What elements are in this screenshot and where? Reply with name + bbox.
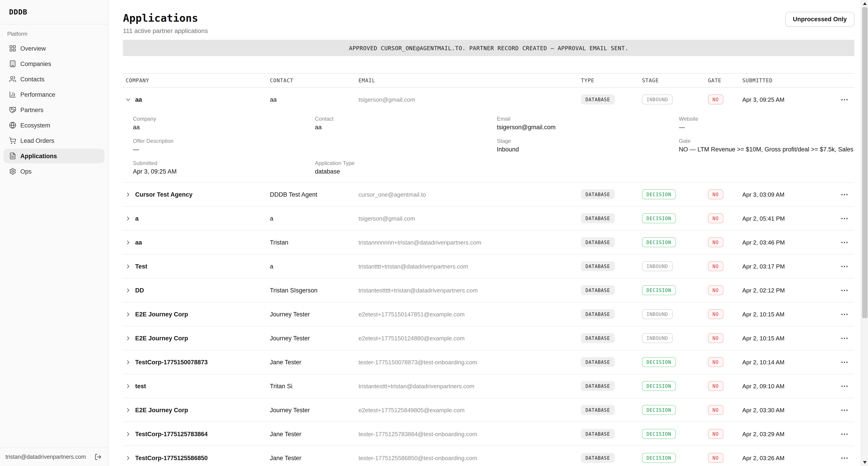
column-header: SUBMITTED: [742, 77, 835, 84]
table-row: aatsigerson@gmail.comDATABASEDECISIONNOA…: [123, 207, 855, 230]
gate-badge: NO: [708, 309, 723, 319]
sidebar-item-partners[interactable]: Partners: [4, 103, 104, 117]
sidebar-item-label: Overview: [20, 45, 46, 52]
application-row[interactable]: E2E Journey CorpJourney Testere2etest+17…: [123, 302, 855, 326]
page-subtitle: 111 active partner applications: [123, 27, 208, 34]
submitted-date: Apr 2, 03:46 PM: [742, 239, 835, 246]
chevron-right-icon[interactable]: [125, 407, 131, 413]
row-actions-button[interactable]: ⋯: [839, 285, 850, 295]
row-actions-button[interactable]: ⋯: [839, 429, 850, 439]
chevron-right-icon[interactable]: [125, 311, 131, 317]
chevron-right-icon[interactable]: [125, 431, 131, 437]
column-header: GATE: [708, 77, 742, 84]
company-name: a: [135, 215, 138, 222]
sidebar-item-ops[interactable]: Ops: [4, 164, 104, 179]
application-row[interactable]: E2E Journey CorpJourney Testere2etest+17…: [123, 398, 855, 422]
chevron-right-icon[interactable]: [125, 287, 131, 293]
gate-badge: NO: [708, 357, 723, 367]
contact-name: a: [270, 215, 359, 222]
vertical-scrollbar[interactable]: [861, 0, 868, 466]
sidebar-item-lead-orders[interactable]: Lead Orders: [4, 133, 104, 148]
application-row[interactable]: E2E Journey CorpJourney Testere2etest+17…: [123, 327, 855, 350]
scroll-up-button[interactable]: [861, 0, 868, 7]
row-actions-button[interactable]: ⋯: [839, 381, 850, 391]
sidebar-header: DDDB: [0, 0, 108, 24]
sidebar-item-overview[interactable]: Overview: [4, 41, 104, 56]
sidebar-item-applications[interactable]: Applications: [4, 149, 104, 163]
chevron-right-icon[interactable]: [125, 383, 131, 390]
detail-label: Company: [133, 116, 309, 122]
sidebar-item-label: Applications: [20, 153, 57, 159]
detail-label: Website: [679, 116, 855, 122]
gate-badge: NO: [708, 381, 723, 391]
email: e2etest+1775150124880@example.com: [359, 335, 581, 341]
gate-badge: NO: [708, 405, 723, 415]
chevron-right-icon[interactable]: [125, 263, 131, 270]
row-actions-button[interactable]: ⋯: [839, 309, 850, 319]
chevron-right-icon[interactable]: [125, 335, 131, 341]
submitted-date: Apr 2, 10:15 AM: [742, 335, 835, 341]
column-header: COMPANY: [123, 77, 270, 84]
stage-badge: DECISION: [642, 381, 676, 391]
logout-icon[interactable]: [94, 453, 102, 461]
arrow-up-icon: [863, 2, 866, 5]
row-actions-button[interactable]: ⋯: [839, 238, 850, 247]
company-name: TestCorp-1775125783864: [135, 431, 208, 437]
submitted-date: Apr 2, 10:14 AM: [742, 359, 835, 366]
detail-value: database: [315, 168, 491, 175]
contact-name: Jane Tester: [270, 359, 359, 366]
type-badge: DATABASE: [581, 261, 615, 271]
row-actions-button[interactable]: ⋯: [839, 261, 850, 271]
row-actions-button[interactable]: ⋯: [839, 214, 850, 223]
gate-badge: NO: [708, 429, 723, 439]
chevron-right-icon[interactable]: [125, 191, 131, 198]
application-row[interactable]: aaaatsigerson@gmail.comDATABASEINBOUNDNO…: [123, 88, 855, 111]
sidebar-item-companies[interactable]: Companies: [4, 57, 104, 71]
sidebar-footer: tristan@datadrivenpartners.com: [0, 447, 108, 466]
chevron-down-icon[interactable]: [125, 96, 131, 103]
row-actions-button[interactable]: ⋯: [839, 357, 850, 367]
chevron-right-icon[interactable]: [125, 215, 131, 222]
row-actions-button[interactable]: ⋯: [839, 190, 850, 199]
sidebar-item-ecosystem[interactable]: Ecosystem: [4, 118, 104, 132]
application-row[interactable]: Cursor Test AgencyDDDB Test Agentcursor_…: [123, 183, 855, 206]
submitted-date: Apr 3, 09:25 AM: [742, 96, 835, 103]
row-actions-button[interactable]: ⋯: [839, 405, 850, 415]
application-row[interactable]: TestCorp-1775125586850Jane Testertester-…: [123, 446, 855, 466]
application-row[interactable]: Testatristantttt+tristan@datadrivenpartn…: [123, 254, 855, 278]
column-header: EMAIL: [359, 77, 581, 84]
application-row[interactable]: TestCorp-1775125783864Jane Testertester-…: [123, 422, 855, 446]
unprocessed-only-button[interactable]: Unprocessed Only: [785, 12, 855, 27]
contact-name: Tristan: [270, 239, 359, 246]
table-row: DDTristan SIsgersontristantesttttt+trist…: [123, 278, 855, 302]
type-badge: DATABASE: [581, 309, 615, 319]
company-name: E2E Journey Corp: [135, 311, 188, 317]
row-actions-button[interactable]: ⋯: [839, 333, 850, 343]
company-name: Test: [135, 263, 147, 270]
detail-field: GateNO — LTM Revenue >= $10M, Gross prof…: [679, 138, 855, 153]
application-row[interactable]: testTritan Sitristantesttt+tristan@datad…: [123, 374, 855, 398]
sidebar-item-contacts[interactable]: Contacts: [4, 72, 104, 86]
detail-value: Inbound: [497, 146, 673, 153]
contact-name: Tritan Si: [270, 383, 359, 390]
table-row: E2E Journey CorpJourney Testere2etest+17…: [123, 398, 855, 422]
chevron-right-icon[interactable]: [125, 359, 131, 366]
stage-badge: DECISION: [642, 285, 676, 295]
page-header: Applications 111 active partner applicat…: [123, 12, 855, 34]
detail-label: Offer Description: [133, 138, 309, 144]
table-row: E2E Journey CorpJourney Testere2etest+17…: [123, 302, 855, 327]
detail-field: SubmittedApr 3, 09:25 AM: [133, 160, 309, 175]
scrollbar-thumb[interactable]: [862, 7, 868, 318]
chevron-right-icon[interactable]: [125, 239, 131, 246]
chevron-right-icon[interactable]: [125, 455, 131, 461]
contact-name: Journey Tester: [270, 407, 359, 413]
application-row[interactable]: TestCorp-1775150078873Jane Testertester-…: [123, 350, 855, 374]
row-actions-button[interactable]: ⋯: [839, 95, 850, 104]
submitted-date: Apr 2, 02:12 PM: [742, 287, 835, 293]
row-actions-button[interactable]: ⋯: [839, 453, 850, 463]
sidebar-item-performance[interactable]: Performance: [4, 87, 104, 102]
application-row[interactable]: aatsigerson@gmail.comDATABASEDECISIONNOA…: [123, 207, 855, 230]
application-row[interactable]: DDTristan SIsgersontristantesttttt+trist…: [123, 278, 855, 302]
application-row[interactable]: aaTristantristannnnnnn+tristan@datadrive…: [123, 230, 855, 254]
scroll-down-button[interactable]: [861, 459, 868, 466]
